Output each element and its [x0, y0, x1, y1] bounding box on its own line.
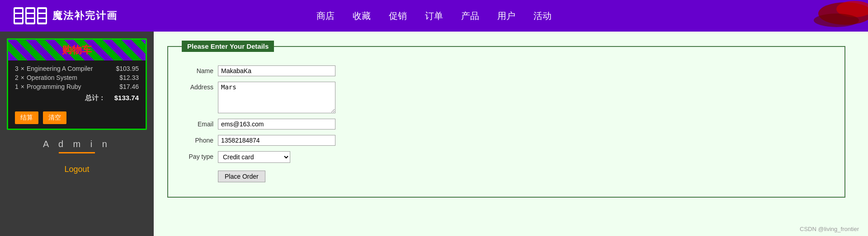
- cart-item-qty-2: 1: [15, 83, 19, 90]
- nav-products[interactable]: 产品: [461, 10, 479, 22]
- logo-area: 魔法补完计画: [14, 7, 118, 24]
- cart-item-name-1: Operation System: [27, 74, 77, 81]
- admin-section: A d m i n Logout: [43, 139, 111, 174]
- logo-title: 魔法补完计画: [52, 9, 118, 23]
- cart-total-label: 总计：: [85, 94, 105, 102]
- logo-icon: [14, 7, 47, 24]
- details-fieldset: Please Enter Your Details Name Address M…: [167, 41, 845, 198]
- place-order-spacer: [182, 168, 218, 170]
- cart-item-row: 2 × Operation System $12.33: [15, 74, 139, 81]
- cart-item-times-2: ×: [21, 83, 24, 90]
- nav-promotions[interactable]: 促销: [389, 10, 407, 22]
- name-label: Name: [182, 65, 218, 74]
- cart-item-left-0: 3 × Engineering A Compiler: [15, 65, 93, 72]
- phone-input[interactable]: [218, 135, 335, 146]
- email-row: Email: [182, 119, 831, 130]
- cart-item-qty-0: 3: [15, 65, 19, 72]
- address-textarea[interactable]: Mars: [218, 82, 335, 113]
- cart-item-times-0: ×: [21, 65, 24, 72]
- right-content: Please Enter Your Details Name Address M…: [154, 32, 868, 236]
- cart-item-left-1: 2 × Operation System: [15, 74, 77, 81]
- checkout-button[interactable]: 结算: [15, 111, 38, 124]
- cart-item-row: 1 × Programming Ruby $17.46: [15, 83, 139, 90]
- address-row: Address Mars: [182, 82, 831, 113]
- cart-box: 购物车 3 × Engineering A Compiler $103.95 2…: [7, 38, 147, 130]
- address-label: Address: [182, 82, 218, 91]
- details-legend: Please Enter Your Details: [182, 41, 274, 52]
- logout-link[interactable]: Logout: [43, 165, 111, 174]
- admin-title: A d m i n: [43, 139, 111, 149]
- email-input[interactable]: [218, 119, 335, 130]
- paytype-select[interactable]: Credit card Debit card PayPal: [218, 151, 290, 163]
- cart-items: 3 × Engineering A Compiler $103.95 2 × O…: [8, 60, 146, 107]
- cart-item-left-2: 1 × Programming Ruby: [15, 83, 81, 90]
- cart-item-price-1: $12.33: [119, 74, 139, 81]
- nav-shop[interactable]: 商店: [316, 10, 335, 22]
- nav-favorites[interactable]: 收藏: [353, 10, 371, 22]
- header: 魔法补完计画 商店 收藏 促销 订单 产品 用户 活动: [0, 0, 868, 32]
- nav-users[interactable]: 用户: [497, 10, 515, 22]
- footer-credit: CSDN @living_frontier: [800, 226, 859, 232]
- place-order-button[interactable]: Place Order: [218, 171, 265, 182]
- name-row: Name: [182, 65, 831, 76]
- place-order-row: Place Order: [182, 168, 831, 182]
- form-table: Name Address Mars Email Phone Pay type: [182, 65, 831, 182]
- cart-item-price-0: $103.95: [116, 65, 139, 72]
- cart-item-row: 3 × Engineering A Compiler $103.95: [15, 65, 139, 72]
- svg-point-2: [814, 14, 859, 27]
- cart-item-price-2: $17.46: [119, 83, 139, 90]
- paytype-row: Pay type Credit card Debit card PayPal: [182, 151, 831, 163]
- header-decoration: [778, 0, 868, 32]
- name-input[interactable]: [218, 65, 335, 76]
- cart-item-times-1: ×: [21, 74, 24, 81]
- nav-activities[interactable]: 活动: [533, 10, 552, 22]
- phone-label: Phone: [182, 135, 218, 144]
- cart-total-value: $133.74: [114, 94, 139, 102]
- cart-item-qty-1: 2: [15, 74, 19, 81]
- email-label: Email: [182, 119, 218, 128]
- nav-orders[interactable]: 订单: [425, 10, 443, 22]
- phone-row: Phone: [182, 135, 831, 146]
- cart-buttons: 结算 清空: [8, 107, 146, 129]
- sidebar: 购物车 3 × Engineering A Compiler $103.95 2…: [0, 32, 154, 236]
- clear-button[interactable]: 清空: [43, 111, 66, 124]
- admin-underline: [59, 152, 95, 153]
- cart-total-row: 总计： $133.74: [15, 94, 139, 102]
- paytype-label: Pay type: [182, 151, 218, 160]
- cart-header: 购物车: [8, 40, 146, 60]
- main-nav: 商店 收藏 促销 订单 产品 用户 活动: [316, 10, 552, 22]
- cart-item-name-0: Engineering A Compiler: [27, 65, 93, 72]
- main-content: 购物车 3 × Engineering A Compiler $103.95 2…: [0, 32, 868, 236]
- cart-item-name-2: Programming Ruby: [27, 83, 81, 90]
- cart-title: 购物车: [62, 44, 92, 56]
